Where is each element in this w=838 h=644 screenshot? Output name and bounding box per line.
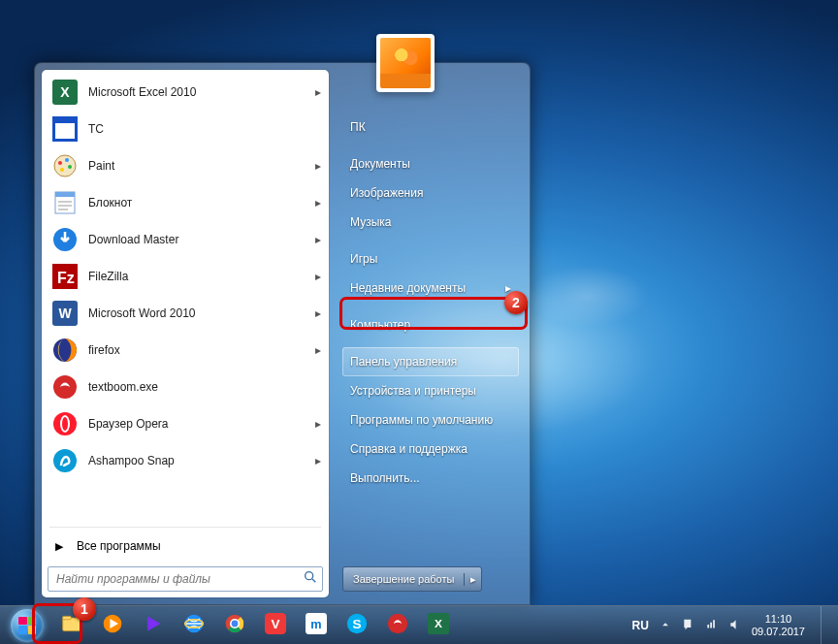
right-item-4[interactable]: Игры xyxy=(342,244,519,274)
opera-icon xyxy=(51,410,79,437)
taskbar-app-skype[interactable]: S xyxy=(338,608,376,643)
textboom-icon xyxy=(51,373,79,401)
svg-text:Fz: Fz xyxy=(57,270,75,286)
language-indicator[interactable]: RU xyxy=(632,619,649,632)
submenu-arrow-icon: ▸ xyxy=(315,270,321,283)
group-gap xyxy=(342,339,519,347)
taskbar: VmSX RU 11:10 09.07.2017 xyxy=(0,605,838,644)
taskbar-app-wmp[interactable] xyxy=(93,608,132,643)
taskbar-app-chrome[interactable] xyxy=(215,608,254,643)
start-button[interactable] xyxy=(6,606,48,645)
submenu-arrow-icon: ▸ xyxy=(315,159,321,173)
ie-icon xyxy=(183,613,205,638)
program-label: Блокнот xyxy=(88,196,132,209)
clock-time: 11:10 xyxy=(752,613,805,626)
triangle-right-icon: ▶ xyxy=(55,540,63,553)
right-item-1[interactable]: Документы xyxy=(342,149,519,178)
excel-icon: X xyxy=(51,79,79,106)
taskbar-app-ashampoo[interactable] xyxy=(378,608,417,643)
program-label: Download Master xyxy=(88,233,178,246)
right-item-11[interactable]: Выполнить... xyxy=(342,464,519,493)
right-item-10[interactable]: Справка и поддержка xyxy=(342,435,519,464)
right-item-6[interactable]: Компьютер xyxy=(342,310,519,339)
taskbar-apps: VmSX xyxy=(52,608,460,643)
taskbar-app-explorer[interactable] xyxy=(52,608,91,643)
right-item-9[interactable]: Программы по умолчанию xyxy=(342,405,519,435)
submenu-arrow-icon: ▸ xyxy=(315,306,321,320)
svg-point-8 xyxy=(68,165,72,169)
search-box[interactable] xyxy=(48,566,323,592)
svg-text:S: S xyxy=(352,617,361,631)
svg-rect-11 xyxy=(55,192,75,197)
network-icon[interactable] xyxy=(705,618,719,633)
group-gap xyxy=(342,303,519,310)
all-programs-button[interactable]: ▶ Все программы xyxy=(42,531,329,561)
svg-point-24 xyxy=(62,417,68,431)
shutdown-options-arrow[interactable]: ▸ xyxy=(464,573,481,586)
submenu-arrow-icon: ▸ xyxy=(315,233,321,246)
program-item-opera[interactable]: Браузер Opera▸ xyxy=(44,405,327,442)
taskbar-app-ie[interactable] xyxy=(175,608,213,643)
separator xyxy=(49,527,321,528)
clock[interactable]: 11:10 09.07.2017 xyxy=(752,613,805,637)
right-item-label: Устройства и принтеры xyxy=(350,384,476,398)
right-item-2[interactable]: Изображения xyxy=(342,178,519,208)
tray-chevron-icon[interactable] xyxy=(659,618,672,633)
svg-text:W: W xyxy=(58,306,72,321)
shutdown-button[interactable]: Завершение работы ▸ xyxy=(342,566,482,592)
show-desktop-button[interactable] xyxy=(821,606,830,645)
volume-icon[interactable] xyxy=(728,618,742,633)
svg-text:X: X xyxy=(60,84,70,100)
firefox-icon xyxy=(51,337,79,364)
program-label: Microsoft Word 2010 xyxy=(88,306,196,320)
word-icon: W xyxy=(51,300,79,327)
svg-point-9 xyxy=(60,168,64,172)
right-item-0[interactable]: ПК xyxy=(342,113,519,142)
right-item-label: Панель управления xyxy=(350,355,457,369)
user-picture[interactable] xyxy=(376,34,435,92)
svg-point-25 xyxy=(53,449,77,472)
taskbar-app-maxthon[interactable]: m xyxy=(297,608,336,643)
taskbar-app-excel[interactable]: X xyxy=(419,608,458,643)
player-icon xyxy=(143,613,164,638)
program-item-paint[interactable]: Paint▸ xyxy=(44,147,327,184)
action-center-icon[interactable] xyxy=(682,618,695,633)
start-menu-left-pane: XMicrosoft Excel 2010▸TCPaint▸Блокнот▸Do… xyxy=(42,70,329,597)
vivaldi-icon: V xyxy=(265,613,286,638)
right-item-8[interactable]: Устройства и принтеры xyxy=(342,376,519,405)
submenu-arrow-icon: ▸ xyxy=(315,85,321,99)
search-input[interactable] xyxy=(48,567,299,591)
shutdown-label: Завершение работы xyxy=(343,573,464,585)
right-item-label: Игры xyxy=(350,252,377,266)
program-item-notepad[interactable]: Блокнот▸ xyxy=(44,184,327,221)
submenu-arrow-icon: ▸ xyxy=(315,417,321,431)
wmp-icon xyxy=(102,613,123,638)
explorer-icon xyxy=(61,613,82,638)
program-item-word[interactable]: WMicrosoft Word 2010▸ xyxy=(44,295,327,332)
right-item-5[interactable]: Недавние документы▸ xyxy=(342,274,519,303)
start-menu-right-pane: ПКДокументыИзображенияМузыкаИгрыНедавние… xyxy=(329,70,523,597)
program-item-excel[interactable]: XMicrosoft Excel 2010▸ xyxy=(44,74,327,111)
taskbar-app-vivaldi[interactable]: V xyxy=(256,608,295,643)
right-item-7[interactable]: Панель управления xyxy=(342,347,519,376)
right-item-label: Изображения xyxy=(350,186,423,200)
program-item-dm[interactable]: Download Master▸ xyxy=(44,221,327,258)
skype-icon: S xyxy=(346,613,368,638)
svg-point-6 xyxy=(58,161,62,165)
right-item-3[interactable]: Музыка xyxy=(342,208,519,237)
right-item-label: Музыка xyxy=(350,215,391,229)
tc-icon xyxy=(51,115,79,143)
right-item-label: ПК xyxy=(350,120,366,134)
search-icon[interactable] xyxy=(299,569,322,589)
svg-point-45 xyxy=(388,613,407,632)
group-gap xyxy=(342,237,519,244)
right-item-label: Документы xyxy=(350,157,410,171)
taskbar-app-player[interactable] xyxy=(134,608,173,643)
dm-icon xyxy=(51,226,79,253)
program-item-firefox[interactable]: firefox▸ xyxy=(44,332,327,369)
program-label: Microsoft Excel 2010 xyxy=(88,85,196,99)
program-item-ashampoo[interactable]: Ashampoo Snap▸ xyxy=(44,442,327,479)
program-item-textboom[interactable]: textboom.exe xyxy=(44,369,327,405)
program-item-tc[interactable]: TC xyxy=(44,111,327,147)
program-item-filezilla[interactable]: FzFileZilla▸ xyxy=(44,258,327,295)
